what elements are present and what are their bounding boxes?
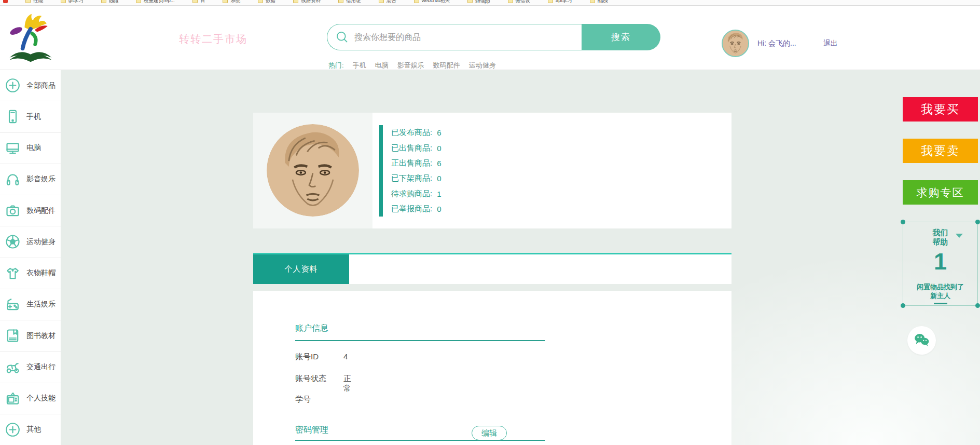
folder-icon [548, 0, 553, 3]
stat-published: 已发布商品:6 [391, 125, 441, 140]
folder-icon [293, 0, 298, 3]
bookmark-item[interactable]: 系统 [223, 0, 240, 4]
hot-link-phone[interactable]: 手机 [353, 61, 366, 70]
sidebar-item-other[interactable]: 其他 [0, 414, 61, 445]
user-avatar[interactable] [722, 30, 749, 57]
logout-link[interactable]: 退出 [823, 39, 838, 48]
account-info-divider [295, 340, 545, 341]
bookmark-item[interactable]: 混合 [379, 0, 396, 4]
monitor-icon [5, 140, 21, 156]
sidebar-item-transport[interactable]: 交通出行 [0, 352, 61, 383]
folder-icon [338, 0, 343, 3]
folder-icon [136, 0, 141, 3]
sidebar-item-phone[interactable]: 手机 [0, 101, 61, 132]
corner-dot [901, 303, 905, 308]
sidebar-item-books[interactable]: 图书教材 [0, 320, 61, 352]
chevron-down-icon [956, 234, 963, 238]
wechat-icon [912, 331, 932, 350]
user-greeting[interactable]: Hi: 会飞的... [757, 39, 796, 48]
category-sidebar: 全部商品 手机 电脑 影音娱乐 数码配件 运动健身 衣物鞋帽 生活娱乐 图书教材… [0, 70, 61, 445]
folder-icon [61, 0, 66, 3]
bookmark-item[interactable]: 数据 [258, 0, 275, 4]
bookmark-item[interactable]: 百 [192, 0, 205, 4]
hot-link-sports[interactable]: 运动健身 [469, 61, 496, 70]
headphones-icon [5, 171, 21, 187]
student-id-row: 学号 [295, 395, 311, 404]
hot-links: 热门: 手机 电脑 影音娱乐 数码配件 运动健身 [328, 61, 496, 70]
bookmark-item[interactable]: smapp [467, 0, 490, 4]
bookmark-item[interactable]: 性能 [25, 0, 43, 4]
hot-label: 热门: [328, 61, 344, 70]
help-title: 我们 帮助 [903, 228, 977, 247]
gamepad-icon [5, 296, 21, 313]
folder-icon [258, 0, 263, 3]
bookmark-item[interactable]: api学习 [548, 0, 572, 4]
folder-icon [192, 0, 198, 3]
search-input[interactable] [354, 33, 562, 42]
bookmark-item[interactable]: 校重建页rep... [136, 0, 175, 4]
sidebar-item-skills[interactable]: 个人技能 [0, 383, 61, 414]
bookmark-item[interactable]: git学习 [61, 0, 84, 4]
book-icon [5, 328, 21, 344]
account-id-label: 账号ID [295, 352, 319, 362]
profile-stats: 已发布商品:6 已出售商品:0 正出售商品:6 已下架商品:0 待求购商品:1 … [391, 125, 441, 217]
browser-icon[interactable] [3, 0, 8, 3]
hot-link-digital[interactable]: 数码配件 [433, 61, 460, 70]
folder-icon [379, 0, 384, 3]
help-counter-widget[interactable]: 我们 帮助 1 闲置物品找到了 新主人 [903, 222, 978, 306]
password-section-divider [295, 440, 545, 441]
tab-personal-info[interactable]: 个人资料 [253, 254, 349, 284]
site-title: 转转二手市场 [179, 32, 247, 46]
stat-wanted: 待求购商品:1 [391, 186, 441, 201]
search-button[interactable]: 搜索 [582, 24, 660, 50]
i-want-to-buy-button[interactable]: 我要买 [903, 97, 978, 122]
bookmark-item[interactable]: hack [590, 0, 608, 4]
account-info-title: 账户信息 [295, 323, 328, 334]
stat-selling: 正出售商品:6 [391, 156, 441, 171]
wechat-button[interactable] [907, 326, 936, 355]
student-id-label: 学号 [295, 395, 311, 404]
search-box [327, 24, 582, 50]
bookmark-item[interactable]: webchat相关 [414, 0, 450, 4]
site-header: 转转二手市场 搜索 热门: 手机 电脑 影音娱乐 数码配件 运动健身 Hi: 会… [0, 6, 980, 70]
browser-bookmarks-bar: 性能 git学习 idea 校重建页rep... 百 系统 数据 线路资料 信用… [0, 0, 980, 6]
plus-circle-icon [5, 422, 21, 438]
sidebar-item-av[interactable]: 影音娱乐 [0, 164, 61, 195]
account-id-row: 账号ID 4 [295, 352, 319, 362]
profile-avatar [267, 124, 359, 217]
profile-summary-card: 已发布商品:6 已出售商品:0 正出售商品:6 已下架商品:0 待求购商品:1 … [253, 113, 731, 228]
folder-icon [223, 0, 228, 3]
site-logo[interactable] [4, 11, 57, 66]
profile-avatar-panel [253, 113, 372, 228]
tv-icon [5, 390, 21, 407]
sidebar-item-life[interactable]: 生活娱乐 [0, 289, 61, 320]
account-status-row: 账号状态 正常 [295, 374, 326, 384]
help-underline [934, 303, 947, 304]
sidebar-item-sports[interactable]: 运动健身 [0, 226, 61, 258]
hot-link-av[interactable]: 影音娱乐 [397, 61, 424, 70]
bookmark-item[interactable]: 微信设 [508, 0, 531, 4]
stats-accent-bar [379, 125, 383, 217]
edit-password-button[interactable]: 编辑 [472, 426, 507, 440]
folder-icon [590, 0, 595, 3]
bookmark-item[interactable]: 信用证 [338, 0, 361, 4]
stat-removed: 已下架商品:0 [391, 171, 441, 186]
profile-detail-card: 账户信息 账号ID 4 账号状态 正常 学号 密码管理 编辑 [253, 291, 731, 445]
folder-icon [414, 0, 419, 3]
stat-sold: 已出售商品:0 [391, 140, 441, 155]
i-want-to-sell-button[interactable]: 我要卖 [903, 139, 978, 163]
phone-icon [5, 109, 21, 125]
football-icon [5, 234, 21, 250]
password-section-title: 密码管理 [295, 425, 328, 436]
hot-link-computer[interactable]: 电脑 [375, 61, 389, 70]
sidebar-item-all[interactable]: 全部商品 [0, 70, 61, 101]
sidebar-item-digital[interactable]: 数码配件 [0, 195, 61, 226]
bookmark-item[interactable]: 线路资料 [293, 0, 321, 4]
wanted-zone-button[interactable]: 求购专区 [903, 180, 978, 205]
sidebar-item-clothing[interactable]: 衣物鞋帽 [0, 258, 61, 289]
scooter-icon [5, 359, 21, 375]
account-id-value: 4 [343, 352, 348, 361]
bookmark-item[interactable]: idea [101, 0, 118, 4]
stat-reported: 已举报商品:0 [391, 201, 441, 217]
sidebar-item-computer[interactable]: 电脑 [0, 133, 61, 164]
